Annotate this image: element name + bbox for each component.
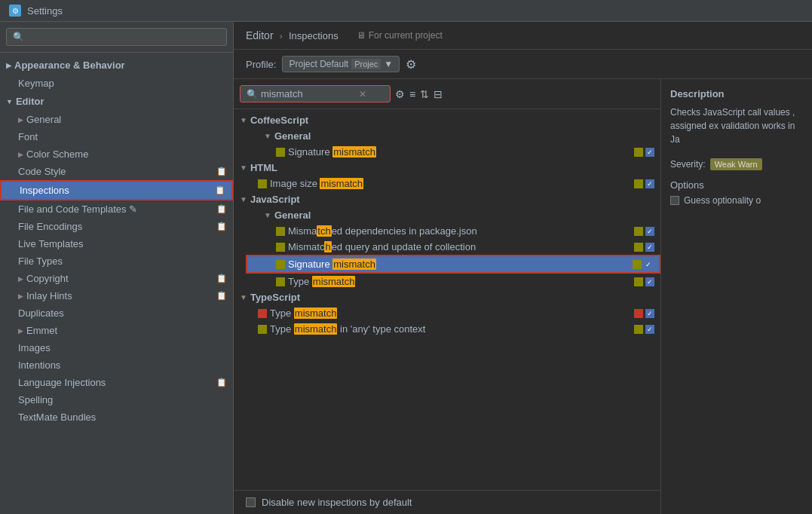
arrow-icon: ▼ bbox=[240, 293, 247, 301]
sidebar-item-intentions[interactable]: Intentions bbox=[0, 356, 233, 374]
severity-indicator bbox=[258, 309, 267, 318]
sidebar-item-live-templates[interactable]: Live Templates bbox=[0, 235, 233, 252]
severity-indicator bbox=[276, 277, 285, 286]
sidebar-item-emmet[interactable]: ▶ Emmet bbox=[0, 322, 233, 339]
tree-item-html-image-size-mismatch[interactable]: Image size mismatch ✓ bbox=[234, 176, 660, 191]
highlight-text: mismatch bbox=[312, 276, 356, 287]
row-severity: ✓ bbox=[634, 243, 654, 252]
sidebar-item-appearance[interactable]: ▶ Appearance & Behavior bbox=[0, 56, 233, 75]
sidebar-item-inlay-hints[interactable]: ▶ Inlay Hints 📋 bbox=[0, 287, 233, 304]
severity-color-box bbox=[634, 227, 643, 236]
tree-item-js-signature-mismatch[interactable]: Signature mismatch ✓ bbox=[246, 255, 660, 274]
breadcrumb-project: 🖥 For current project bbox=[357, 30, 443, 41]
arrow-icon: ▶ bbox=[18, 151, 23, 158]
sidebar-item-textmate-bundles[interactable]: TextMate Bundles bbox=[0, 408, 233, 426]
tree-item-js-mismatched-dependencies[interactable]: Mismatched dependencies in package.json … bbox=[246, 223, 660, 239]
tree-item-ts-type-mismatch-any[interactable]: Type mismatch in 'any' type context ✓ bbox=[234, 321, 660, 337]
highlight-text: mismatch bbox=[332, 146, 376, 158]
search-box: 🔍 ✕ bbox=[240, 85, 391, 102]
sidebar-item-language-injections[interactable]: Language Injections 📋 bbox=[0, 374, 233, 391]
tree-group-html[interactable]: ▼ HTML bbox=[234, 160, 660, 176]
search-input[interactable] bbox=[261, 88, 359, 99]
collapse-all-icon[interactable]: ⇅ bbox=[420, 88, 429, 100]
group-label: TypeScript bbox=[250, 292, 300, 303]
sidebar-item-font[interactable]: Font bbox=[0, 128, 233, 145]
profile-select-dropdown[interactable]: Project Default Projec ▼ bbox=[282, 56, 400, 72]
tree-item-js-type-mismatch[interactable]: Type mismatch ✓ bbox=[246, 274, 660, 289]
title-bar: ⚙ Settings bbox=[0, 0, 812, 22]
breadcrumb-current: Inspections bbox=[289, 30, 339, 41]
option-checkbox[interactable] bbox=[670, 196, 679, 205]
sidebar-item-editor[interactable]: ▼ Editor bbox=[0, 92, 233, 111]
copy-icon: 📋 bbox=[216, 204, 227, 214]
tree-subgroup-javascript-general[interactable]: ▼ General bbox=[246, 207, 660, 223]
sidebar-item-color-scheme[interactable]: ▶ Color Scheme bbox=[0, 145, 233, 163]
checkbox[interactable]: ✓ bbox=[645, 277, 654, 286]
filter-bar: 🔍 ✕ ⚙ ≡ ⇅ ⊟ bbox=[234, 79, 660, 109]
tree-group-javascript[interactable]: ▼ JavaScript bbox=[234, 191, 660, 207]
row-severity: ✓ bbox=[634, 179, 654, 188]
profile-value: Project Default bbox=[289, 59, 348, 69]
sidebar-item-label: Keymap bbox=[18, 78, 54, 89]
settings-icon: ⚙ bbox=[9, 5, 21, 17]
checkbox[interactable]: ✓ bbox=[645, 148, 654, 157]
profile-bar: Profile: Project Default Projec ▼ ⚙ bbox=[234, 50, 812, 79]
sidebar-item-label: Inspections bbox=[20, 185, 69, 196]
sidebar-item-inspections[interactable]: Inspections 📋 bbox=[0, 180, 233, 200]
sidebar-item-file-code-templates[interactable]: File and Code Templates ✎ 📋 bbox=[0, 200, 233, 218]
copy-icon: 📋 bbox=[215, 185, 225, 195]
copy-icon: 📋 bbox=[216, 378, 227, 387]
dropdown-arrow-icon: ▼ bbox=[384, 59, 393, 69]
highlight-text: mismatch bbox=[294, 307, 338, 319]
breadcrumb-separator: › bbox=[280, 30, 283, 41]
description-text: Checks JavaScript call values , assigned… bbox=[670, 106, 803, 146]
sidebar-item-code-style[interactable]: Code Style 📋 bbox=[0, 163, 233, 180]
filter-icon[interactable]: ⚙ bbox=[395, 88, 405, 100]
sidebar-item-spelling[interactable]: Spelling bbox=[0, 391, 233, 408]
checkbox[interactable]: ✓ bbox=[645, 309, 654, 318]
sidebar-item-copyright[interactable]: ▶ Copyright 📋 bbox=[0, 270, 233, 287]
checkbox[interactable]: ✓ bbox=[645, 325, 654, 334]
item-text: Mismatched query and update of collectio… bbox=[288, 241, 476, 252]
arrow-icon: ▼ bbox=[264, 132, 271, 140]
gear-icon[interactable]: ⚙ bbox=[406, 57, 416, 72]
project-icon: 🖥 bbox=[357, 30, 366, 41]
sidebar-item-images[interactable]: Images bbox=[0, 339, 233, 356]
group-icon[interactable]: ⊟ bbox=[434, 88, 443, 100]
row-severity: ✓ bbox=[633, 260, 653, 269]
sidebar-item-file-types[interactable]: File Types bbox=[0, 252, 233, 270]
sidebar-search-input[interactable] bbox=[6, 28, 227, 46]
tree-item-js-mismatched-query[interactable]: Mismatched query and update of collectio… bbox=[246, 239, 660, 255]
checkbox[interactable]: ✓ bbox=[645, 179, 654, 188]
tree-item-coffeescript-signature-mismatch[interactable]: Signature mismatch ✓ bbox=[246, 144, 660, 160]
sidebar-item-label: Images bbox=[18, 342, 51, 353]
arrow-icon: ▶ bbox=[18, 275, 23, 283]
checkbox[interactable]: ✓ bbox=[645, 243, 654, 252]
tree-group-typescript[interactable]: ▼ TypeScript bbox=[234, 289, 660, 305]
disable-new-inspections-checkbox[interactable] bbox=[246, 497, 256, 507]
sidebar-item-duplicates[interactable]: Duplicates bbox=[0, 304, 233, 322]
arrow-icon: ▶ bbox=[18, 292, 23, 300]
sidebar-item-keymap[interactable]: Keymap bbox=[0, 75, 233, 92]
severity-color-box bbox=[633, 260, 642, 269]
subgroup-label: General bbox=[274, 210, 311, 221]
title-text: Settings bbox=[27, 5, 63, 17]
checkbox[interactable]: ✓ bbox=[645, 227, 654, 236]
sidebar-item-general[interactable]: ▶ General bbox=[0, 111, 233, 128]
expand-all-icon[interactable]: ≡ bbox=[409, 88, 415, 100]
sidebar-item-file-encodings[interactable]: File Encodings 📋 bbox=[0, 218, 233, 235]
tree-subgroup-coffeescript-general[interactable]: ▼ General bbox=[246, 128, 660, 144]
tree-group-coffeescript[interactable]: ▼ CoffeeScript bbox=[234, 112, 660, 128]
content-area: Editor › Inspections 🖥 For current proje… bbox=[234, 22, 812, 514]
severity-label: Severity: bbox=[670, 159, 706, 170]
clear-icon[interactable]: ✕ bbox=[359, 89, 366, 99]
item-text: Signature mismatch bbox=[288, 259, 376, 270]
description-title: Description bbox=[670, 88, 803, 99]
item-text: Image size mismatch bbox=[270, 178, 363, 189]
sidebar-search-container bbox=[0, 22, 233, 53]
item-text: Type mismatch in 'any' type context bbox=[270, 323, 425, 335]
checkbox[interactable]: ✓ bbox=[644, 260, 653, 269]
row-severity: ✓ bbox=[634, 309, 654, 318]
tree-item-ts-type-mismatch[interactable]: Type mismatch ✓ bbox=[234, 305, 660, 321]
sidebar-item-label: Inlay Hints bbox=[26, 290, 72, 301]
